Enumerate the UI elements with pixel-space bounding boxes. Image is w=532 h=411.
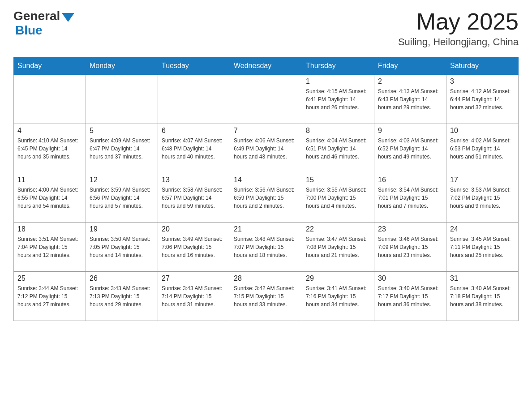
calendar-week-row: 4Sunrise: 4:10 AM Sunset: 6:45 PM Daylig… bbox=[14, 124, 519, 173]
day-info: Sunrise: 3:40 AM Sunset: 7:17 PM Dayligh… bbox=[378, 284, 442, 308]
day-info: Sunrise: 3:58 AM Sunset: 6:57 PM Dayligh… bbox=[162, 186, 226, 210]
calendar-cell: 12Sunrise: 3:59 AM Sunset: 6:56 PM Dayli… bbox=[86, 173, 158, 223]
day-info: Sunrise: 3:56 AM Sunset: 6:59 PM Dayligh… bbox=[234, 186, 298, 210]
logo-triangle-icon bbox=[62, 13, 74, 22]
calendar-cell: 6Sunrise: 4:07 AM Sunset: 6:48 PM Daylig… bbox=[158, 124, 230, 173]
calendar-cell: 31Sunrise: 3:40 AM Sunset: 7:18 PM Dayli… bbox=[446, 272, 519, 321]
calendar-cell: 4Sunrise: 4:10 AM Sunset: 6:45 PM Daylig… bbox=[14, 124, 86, 173]
calendar-cell: 28Sunrise: 3:42 AM Sunset: 7:15 PM Dayli… bbox=[230, 272, 302, 321]
day-number: 26 bbox=[90, 274, 154, 283]
day-info: Sunrise: 3:43 AM Sunset: 7:13 PM Dayligh… bbox=[90, 284, 154, 308]
column-header-thursday: Thursday bbox=[302, 57, 374, 75]
calendar-cell: 25Sunrise: 3:44 AM Sunset: 7:12 PM Dayli… bbox=[14, 272, 86, 321]
day-info: Sunrise: 4:12 AM Sunset: 6:44 PM Dayligh… bbox=[450, 87, 515, 111]
day-number: 7 bbox=[234, 127, 298, 135]
day-number: 9 bbox=[378, 127, 442, 135]
calendar-cell: 18Sunrise: 3:51 AM Sunset: 7:04 PM Dayli… bbox=[14, 223, 86, 272]
day-number: 21 bbox=[234, 225, 298, 233]
calendar-cell bbox=[86, 75, 158, 124]
day-info: Sunrise: 3:46 AM Sunset: 7:09 PM Dayligh… bbox=[378, 235, 442, 259]
day-info: Sunrise: 4:04 AM Sunset: 6:51 PM Dayligh… bbox=[306, 137, 370, 161]
day-number: 18 bbox=[17, 225, 82, 233]
day-info: Sunrise: 4:13 AM Sunset: 6:43 PM Dayligh… bbox=[378, 87, 442, 111]
day-info: Sunrise: 4:03 AM Sunset: 6:52 PM Dayligh… bbox=[378, 137, 442, 161]
calendar-cell: 13Sunrise: 3:58 AM Sunset: 6:57 PM Dayli… bbox=[158, 173, 230, 223]
calendar-cell: 10Sunrise: 4:02 AM Sunset: 6:53 PM Dayli… bbox=[446, 124, 519, 173]
calendar-cell: 1Sunrise: 4:15 AM Sunset: 6:41 PM Daylig… bbox=[302, 75, 374, 124]
calendar-cell: 9Sunrise: 4:03 AM Sunset: 6:52 PM Daylig… bbox=[374, 124, 446, 173]
day-number: 31 bbox=[450, 274, 515, 283]
calendar-cell: 20Sunrise: 3:49 AM Sunset: 7:06 PM Dayli… bbox=[158, 223, 230, 272]
day-info: Sunrise: 4:00 AM Sunset: 6:55 PM Dayligh… bbox=[17, 186, 82, 210]
calendar-cell: 11Sunrise: 4:00 AM Sunset: 6:55 PM Dayli… bbox=[14, 173, 86, 223]
day-number: 19 bbox=[90, 225, 154, 233]
calendar-cell bbox=[158, 75, 230, 124]
day-info: Sunrise: 3:53 AM Sunset: 7:02 PM Dayligh… bbox=[450, 186, 515, 210]
page-header: General Blue May 2025 Suiling, Heilongji… bbox=[13, 9, 519, 48]
day-info: Sunrise: 3:41 AM Sunset: 7:16 PM Dayligh… bbox=[306, 284, 370, 308]
day-number: 8 bbox=[306, 127, 370, 135]
calendar-header-row: SundayMondayTuesdayWednesdayThursdayFrid… bbox=[14, 57, 519, 75]
calendar-cell: 15Sunrise: 3:55 AM Sunset: 7:00 PM Dayli… bbox=[302, 173, 374, 223]
calendar-cell: 3Sunrise: 4:12 AM Sunset: 6:44 PM Daylig… bbox=[446, 75, 519, 124]
day-number: 2 bbox=[378, 77, 442, 86]
day-number: 20 bbox=[162, 225, 226, 233]
day-number: 30 bbox=[378, 274, 442, 283]
calendar-week-row: 25Sunrise: 3:44 AM Sunset: 7:12 PM Dayli… bbox=[14, 272, 519, 321]
column-header-saturday: Saturday bbox=[446, 57, 519, 75]
logo: General Blue bbox=[13, 9, 74, 38]
day-number: 11 bbox=[17, 176, 82, 184]
column-header-tuesday: Tuesday bbox=[158, 57, 230, 75]
day-info: Sunrise: 4:09 AM Sunset: 6:47 PM Dayligh… bbox=[90, 137, 154, 161]
day-number: 27 bbox=[162, 274, 226, 283]
calendar-table: SundayMondayTuesdayWednesdayThursdayFrid… bbox=[13, 57, 519, 321]
day-number: 28 bbox=[234, 274, 298, 283]
day-number: 1 bbox=[306, 77, 370, 86]
title-block: May 2025 Suiling, Heilongjiang, China bbox=[398, 9, 519, 48]
day-number: 14 bbox=[234, 176, 298, 184]
day-number: 25 bbox=[17, 274, 82, 283]
day-info: Sunrise: 4:02 AM Sunset: 6:53 PM Dayligh… bbox=[450, 137, 515, 161]
day-info: Sunrise: 4:15 AM Sunset: 6:41 PM Dayligh… bbox=[306, 87, 370, 111]
day-info: Sunrise: 3:51 AM Sunset: 7:04 PM Dayligh… bbox=[17, 235, 82, 259]
day-number: 15 bbox=[306, 176, 370, 184]
column-header-monday: Monday bbox=[86, 57, 158, 75]
logo-general-text: General bbox=[13, 9, 60, 23]
calendar-cell bbox=[230, 75, 302, 124]
calendar-cell: 29Sunrise: 3:41 AM Sunset: 7:16 PM Dayli… bbox=[302, 272, 374, 321]
day-info: Sunrise: 4:10 AM Sunset: 6:45 PM Dayligh… bbox=[17, 137, 82, 161]
calendar-cell: 22Sunrise: 3:47 AM Sunset: 7:08 PM Dayli… bbox=[302, 223, 374, 272]
location-subtitle: Suiling, Heilongjiang, China bbox=[398, 36, 519, 48]
day-info: Sunrise: 3:45 AM Sunset: 7:11 PM Dayligh… bbox=[450, 235, 515, 259]
calendar-cell: 19Sunrise: 3:50 AM Sunset: 7:05 PM Dayli… bbox=[86, 223, 158, 272]
day-number: 23 bbox=[378, 225, 442, 233]
day-number: 3 bbox=[450, 77, 515, 86]
calendar-cell: 7Sunrise: 4:06 AM Sunset: 6:49 PM Daylig… bbox=[230, 124, 302, 173]
calendar-cell: 8Sunrise: 4:04 AM Sunset: 6:51 PM Daylig… bbox=[302, 124, 374, 173]
day-number: 16 bbox=[378, 176, 442, 184]
day-info: Sunrise: 3:50 AM Sunset: 7:05 PM Dayligh… bbox=[90, 235, 154, 259]
day-number: 17 bbox=[450, 176, 515, 184]
day-number: 6 bbox=[162, 127, 226, 135]
day-info: Sunrise: 3:54 AM Sunset: 7:01 PM Dayligh… bbox=[378, 186, 442, 210]
day-info: Sunrise: 4:06 AM Sunset: 6:49 PM Dayligh… bbox=[234, 137, 298, 161]
calendar-cell: 30Sunrise: 3:40 AM Sunset: 7:17 PM Dayli… bbox=[374, 272, 446, 321]
calendar-cell: 5Sunrise: 4:09 AM Sunset: 6:47 PM Daylig… bbox=[86, 124, 158, 173]
day-number: 10 bbox=[450, 127, 515, 135]
calendar-cell bbox=[14, 75, 86, 124]
calendar-cell: 27Sunrise: 3:43 AM Sunset: 7:14 PM Dayli… bbox=[158, 272, 230, 321]
day-info: Sunrise: 3:55 AM Sunset: 7:00 PM Dayligh… bbox=[306, 186, 370, 210]
calendar-cell: 16Sunrise: 3:54 AM Sunset: 7:01 PM Dayli… bbox=[374, 173, 446, 223]
day-info: Sunrise: 3:48 AM Sunset: 7:07 PM Dayligh… bbox=[234, 235, 298, 259]
calendar-week-row: 11Sunrise: 4:00 AM Sunset: 6:55 PM Dayli… bbox=[14, 173, 519, 223]
calendar-cell: 21Sunrise: 3:48 AM Sunset: 7:07 PM Dayli… bbox=[230, 223, 302, 272]
calendar-week-row: 1Sunrise: 4:15 AM Sunset: 6:41 PM Daylig… bbox=[14, 75, 519, 124]
day-number: 13 bbox=[162, 176, 226, 184]
calendar-cell: 2Sunrise: 4:13 AM Sunset: 6:43 PM Daylig… bbox=[374, 75, 446, 124]
day-number: 29 bbox=[306, 274, 370, 283]
day-info: Sunrise: 4:07 AM Sunset: 6:48 PM Dayligh… bbox=[162, 137, 226, 161]
day-number: 12 bbox=[90, 176, 154, 184]
calendar-cell: 23Sunrise: 3:46 AM Sunset: 7:09 PM Dayli… bbox=[374, 223, 446, 272]
month-year-title: May 2025 bbox=[398, 9, 519, 34]
calendar-cell: 24Sunrise: 3:45 AM Sunset: 7:11 PM Dayli… bbox=[446, 223, 519, 272]
